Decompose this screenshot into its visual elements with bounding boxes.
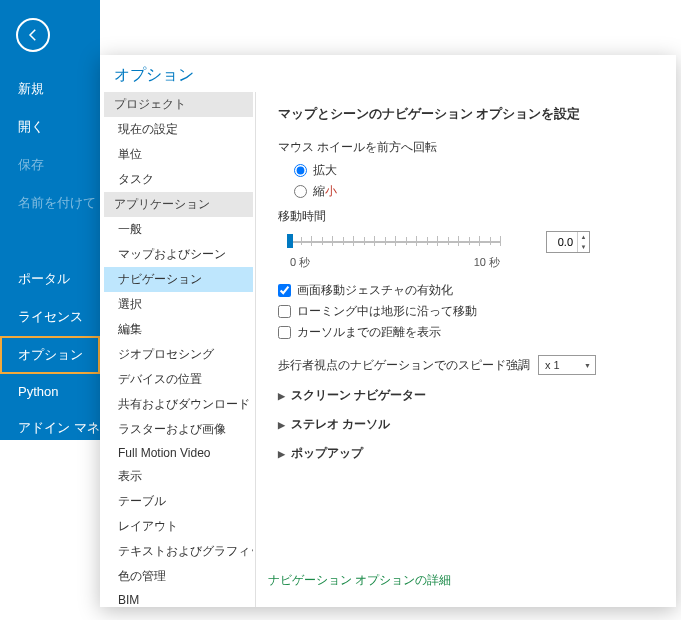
category-item[interactable]: タスク xyxy=(104,167,253,192)
expander-stereo-cursor[interactable]: ▶ ステレオ カーソル xyxy=(278,416,656,433)
transition-value-field[interactable] xyxy=(547,232,577,252)
ribbon-item[interactable]: Python xyxy=(0,374,100,409)
ribbon-item[interactable]: 新規 xyxy=(0,70,100,108)
category-group-header: アプリケーション xyxy=(104,192,253,217)
ribbon-item[interactable]: アドイン マネー xyxy=(0,409,100,447)
speed-select-value: x 1 xyxy=(545,359,560,371)
speed-select[interactable]: x 1 ▼ xyxy=(538,355,596,375)
expander-popup[interactable]: ▶ ポップアップ xyxy=(278,445,656,462)
category-list[interactable]: プロジェクト 現在の設定単位タスク アプリケーション 一般マップおよびシーンナビ… xyxy=(104,92,256,607)
spinner-up-icon[interactable]: ▲ xyxy=(578,232,589,242)
dialog-title: オプション xyxy=(100,55,676,92)
ribbon-item[interactable]: 開く xyxy=(0,108,100,146)
category-item[interactable]: 単位 xyxy=(104,142,253,167)
radio-zoom-out-label: 縮小 xyxy=(313,183,337,200)
category-group-header: プロジェクト xyxy=(104,92,253,117)
chevron-right-icon: ▶ xyxy=(278,391,285,401)
category-item[interactable]: 共有およびダウンロード xyxy=(104,392,253,417)
transition-label: 移動時間 xyxy=(278,208,656,225)
category-item[interactable]: デバイスの位置 xyxy=(104,367,253,392)
checkbox-cursor-distance-label: カーソルまでの距離を表示 xyxy=(297,324,441,341)
category-item[interactable]: ジオプロセシング xyxy=(104,342,253,367)
category-item[interactable]: テーブル xyxy=(104,489,253,514)
category-item[interactable]: 表示 xyxy=(104,464,253,489)
radio-zoom-in-label: 拡大 xyxy=(313,162,337,179)
category-item[interactable]: BIM xyxy=(104,589,253,607)
speed-label: 歩行者視点のナビゲーションでのスピード強調 xyxy=(278,357,530,374)
checkbox-cursor-distance[interactable] xyxy=(278,326,291,339)
category-item[interactable]: 一般 xyxy=(104,217,253,242)
checkbox-roaming-label: ローミング中は地形に沿って移動 xyxy=(297,303,477,320)
category-item[interactable]: ナビゲーション xyxy=(104,267,253,292)
category-item[interactable]: テキストおよびグラフィックス xyxy=(104,539,253,564)
category-item[interactable]: 色の管理 xyxy=(104,564,253,589)
wheel-label: マウス ホイールを前方へ回転 xyxy=(278,139,656,156)
learn-more-link[interactable]: ナビゲーション オプションの詳細 xyxy=(268,572,451,589)
chevron-down-icon: ▼ xyxy=(584,362,591,369)
slider-max-label: 10 秒 xyxy=(474,255,500,270)
ribbon-item[interactable]: ポータル xyxy=(0,260,100,298)
ribbon-item[interactable]: ライセンス xyxy=(0,298,100,336)
content-pane: マップとシーンのナビゲーション オプションを設定 マウス ホイールを前方へ回転 … xyxy=(256,92,676,607)
options-dialog: オプション プロジェクト 現在の設定単位タスク アプリケーション 一般マップおよ… xyxy=(100,55,676,607)
category-item[interactable]: Full Motion Video xyxy=(104,442,253,464)
arrow-left-icon xyxy=(24,26,42,44)
category-item[interactable]: 編集 xyxy=(104,317,253,342)
transition-value-input[interactable]: ▲ ▼ xyxy=(546,231,590,253)
spinner-down-icon[interactable]: ▼ xyxy=(578,242,589,252)
slider-min-label: 0 秒 xyxy=(290,255,310,270)
chevron-right-icon: ▶ xyxy=(278,449,285,459)
checkbox-gesture[interactable] xyxy=(278,284,291,297)
checkbox-roaming[interactable] xyxy=(278,305,291,318)
ribbon-item: 保存 xyxy=(0,146,100,184)
back-button[interactable] xyxy=(16,18,50,52)
category-item[interactable]: 現在の設定 xyxy=(104,117,253,142)
ribbon-item: 名前を付けて xyxy=(0,184,100,222)
checkbox-gesture-label: 画面移動ジェスチャの有効化 xyxy=(297,282,453,299)
radio-zoom-in[interactable] xyxy=(294,164,307,177)
expander-screen-navigator[interactable]: ▶ スクリーン ナビゲーター xyxy=(278,387,656,404)
content-heading: マップとシーンのナビゲーション オプションを設定 xyxy=(278,106,656,123)
ribbon-item[interactable]: オプション xyxy=(0,336,100,374)
left-ribbon: 新規開く保存名前を付けて ポータルライセンスオプションPythonアドイン マネ… xyxy=(0,0,100,440)
category-item[interactable]: ラスターおよび画像 xyxy=(104,417,253,442)
category-item[interactable]: マップおよびシーン xyxy=(104,242,253,267)
category-item[interactable]: レイアウト xyxy=(104,514,253,539)
slider-thumb[interactable] xyxy=(287,234,293,248)
chevron-right-icon: ▶ xyxy=(278,420,285,430)
transition-slider[interactable]: 0 秒 10 秒 xyxy=(290,231,656,270)
radio-zoom-out[interactable] xyxy=(294,185,307,198)
category-item[interactable]: 選択 xyxy=(104,292,253,317)
